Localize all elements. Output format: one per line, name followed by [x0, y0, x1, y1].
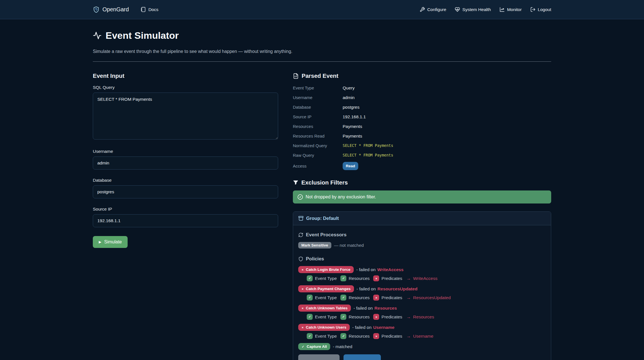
- page-title-text: Event Simulator: [106, 30, 179, 41]
- kv-label: Resources Read: [293, 133, 343, 139]
- check-label: Predicates: [381, 334, 402, 339]
- kv-value: admin: [343, 95, 551, 100]
- main-content: Event Simulator Simulate a raw event thr…: [93, 19, 551, 360]
- nav-docs-label: Docs: [148, 7, 158, 12]
- check-fail-icon: ×: [373, 314, 379, 320]
- nav-monitor-label: Monitor: [507, 7, 522, 12]
- file-code-icon: [293, 73, 299, 79]
- policy-checks: ✓ Event Type ✓ Resources × Predicates → …: [307, 295, 546, 301]
- check-label: Event Type: [315, 295, 337, 300]
- policy-checks: ✓ Event Type ✓ Resources × Predicates → …: [307, 314, 546, 320]
- check-fail-icon: ×: [373, 333, 379, 339]
- arrow-right-icon: →: [407, 295, 411, 300]
- check-label: Predicates: [381, 314, 402, 320]
- kv-label: Username: [293, 95, 343, 100]
- shield-outline-icon: [298, 256, 303, 262]
- policy-item: × Catch Payment Changes - failed on Reso…: [298, 285, 546, 301]
- policy-failed-target: ResourcesUpdated: [377, 286, 417, 292]
- check-label: Event Type: [315, 334, 337, 339]
- policy-name: Catch Login Brute Force: [306, 267, 351, 272]
- parsed-event-heading: Parsed Event: [293, 72, 551, 79]
- nav-system-health-link[interactable]: System Health: [455, 7, 491, 12]
- source-ip-label: Source IP: [93, 207, 278, 212]
- check-fail-icon: ×: [373, 275, 379, 281]
- nav-monitor-link[interactable]: Monitor: [499, 7, 522, 12]
- policy-name: Catch Payment Changes: [306, 287, 351, 291]
- nav-configure-link[interactable]: Configure: [420, 7, 446, 12]
- policy-status-text: - failed on: [357, 286, 376, 292]
- exclusion-filters-heading: Exclusion Filters: [293, 179, 551, 186]
- group-card: Group: Default Event Processors Ma: [293, 211, 551, 360]
- kv-value: Read: [343, 162, 551, 170]
- divider: [93, 61, 551, 62]
- exclusion-result-text: Not dropped by any exclusion filter.: [306, 194, 376, 200]
- x-icon: ×: [302, 307, 304, 310]
- username-field-group: Username: [93, 149, 278, 170]
- kv-label: Access: [293, 163, 343, 169]
- event-input-section: Event Input SQL Query SELECT * FROM Paym…: [93, 72, 278, 360]
- processor-status: — not matched: [334, 243, 364, 248]
- group-card-header: Group: Default: [293, 212, 551, 225]
- event-processors-heading: Event Processors: [298, 232, 546, 238]
- check-pass-icon: ✓: [307, 275, 313, 281]
- book-icon: [141, 7, 146, 12]
- kv-label: Normalized Query: [293, 143, 343, 149]
- nav-docs-link[interactable]: Docs: [141, 7, 158, 12]
- activity-pulse-icon: [93, 31, 102, 40]
- heart-pulse-icon: [455, 7, 460, 12]
- check-fail-icon: ×: [373, 295, 379, 301]
- policy-status-text: - failed on: [353, 306, 373, 311]
- check-icon: ✓: [302, 345, 304, 349]
- check-pass-icon: ✓: [340, 295, 346, 301]
- policy-failed-target: WriteAccess: [377, 267, 403, 272]
- funnel-icon: [293, 180, 299, 185]
- nav-logout-link[interactable]: Logout: [530, 7, 551, 12]
- source-ip-input[interactable]: [93, 214, 278, 227]
- kv-value-code: SELECT * FROM Payments: [343, 143, 551, 149]
- nav-configure-label: Configure: [427, 7, 446, 12]
- policy-item: ✓ Capture All - matched: [298, 343, 546, 350]
- check-pass-icon: ✓: [340, 275, 346, 281]
- access-read-badge: Read: [343, 162, 358, 170]
- check-pass-icon: ✓: [307, 295, 313, 301]
- kv-label: Event Type: [293, 85, 343, 91]
- policy-checks: ✓ Event Type ✓ Resources × Predicates → …: [307, 333, 546, 339]
- check-label: Predicates: [381, 276, 402, 281]
- x-icon: ×: [302, 326, 304, 329]
- arrow-right-icon: →: [407, 314, 411, 320]
- database-input[interactable]: [93, 185, 278, 198]
- simulate-button[interactable]: ▶ Simulate: [93, 236, 128, 248]
- username-input[interactable]: [93, 157, 278, 170]
- check-pass-icon: ✓: [340, 333, 346, 339]
- brand-link[interactable]: OpenGard: [93, 6, 129, 13]
- parsed-event-table: Event Type Query Username admin Database…: [293, 85, 551, 170]
- navbar: OpenGard Docs Configure: [0, 0, 644, 19]
- check-label: Resources: [349, 276, 370, 281]
- database-field-group: Database: [93, 178, 278, 198]
- sql-query-field-group: SQL Query SELECT * FROM Payments: [93, 85, 278, 141]
- policy-item: × Catch Login Brute Force - failed on Wr…: [298, 266, 546, 281]
- wrench-icon: [420, 7, 425, 12]
- check-label: Event Type: [315, 276, 337, 281]
- kv-label: Source IP: [293, 114, 343, 120]
- sql-query-input[interactable]: SELECT * FROM Payments: [93, 93, 278, 140]
- database-label: Database: [93, 178, 278, 183]
- kv-value: postgres: [343, 104, 551, 110]
- policy-status-badge: × Catch Login Brute Force: [298, 266, 354, 273]
- page-title: Event Simulator: [93, 30, 551, 41]
- policy-failed-target: Resources: [374, 306, 397, 311]
- arrow-right-icon: →: [407, 276, 411, 281]
- check-pass-icon: ✓: [340, 314, 346, 320]
- policy-checks: ✓ Event Type ✓ Resources × Predicates → …: [307, 275, 546, 281]
- results-section: Parsed Event Event Type Query Username a…: [293, 72, 551, 360]
- line-chart-icon: [499, 7, 505, 12]
- processor-badge: Mark Sensitive: [298, 242, 331, 248]
- source-ip-field-group: Source IP: [93, 207, 278, 227]
- check-label: Event Type: [315, 314, 337, 320]
- kv-value: Payments: [343, 123, 551, 129]
- partial-blue-badge: [344, 354, 381, 360]
- kv-label: Resources: [293, 123, 343, 129]
- check-failed-target: WriteAccess: [413, 276, 437, 281]
- policy-name: Catch Unknown Tables: [306, 306, 348, 310]
- partial-gray-badge: [298, 354, 340, 360]
